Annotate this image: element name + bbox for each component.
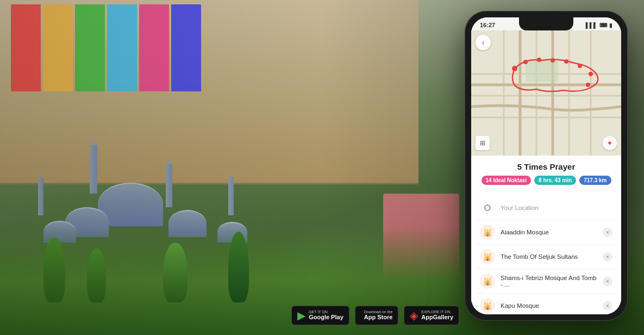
- mosque-icon-2: 🕌: [480, 249, 495, 264]
- app-store-content: Download on the App Store: [364, 310, 393, 321]
- svg-point-13: [537, 58, 541, 62]
- tree-1: [43, 237, 65, 302]
- phone-container: 16:27 ▌▌▌ ⌨ ▮: [465, 11, 639, 326]
- svg-point-18: [586, 83, 590, 87]
- your-location-row: Your Location: [477, 196, 616, 220]
- app-store-label-small: Download on the: [364, 310, 393, 314]
- remove-location-1[interactable]: ×: [603, 227, 612, 237]
- colored-panels: [11, 4, 201, 91]
- panel-pink: [139, 4, 169, 91]
- panel-cyan: [107, 4, 137, 91]
- dot-circle: [484, 204, 491, 211]
- status-time: 16:27: [480, 22, 495, 28]
- location-name-2: The Tomb Of Seljuk Sultans: [501, 253, 597, 260]
- panel-green: [75, 4, 105, 91]
- location-name-4: Kapu Mosque: [501, 302, 597, 309]
- remove-location-4[interactable]: ×: [603, 301, 612, 311]
- phone-frame: 16:27 ▌▌▌ ⌨ ▮: [465, 11, 628, 321]
- mosque-icon-1: 🕌: [480, 225, 495, 240]
- list-item: 🕌 Kapu Mosque ×: [477, 294, 616, 314]
- your-location-text[interactable]: Your Location: [501, 204, 612, 211]
- tree-3: [163, 243, 187, 302]
- appgallery-label-small: EXPLORE IT ON: [421, 310, 453, 314]
- stat-distance: 717.3 km: [579, 176, 611, 185]
- appgallery-badge[interactable]: ◈ EXPLORE IT ON AppGallery: [404, 306, 459, 325]
- app-stores-section: ▶ GET IT ON Google Play Download on the …: [291, 306, 459, 325]
- wifi-icon: ⌨: [599, 22, 607, 28]
- svg-point-15: [564, 59, 568, 64]
- map-svg: [471, 30, 621, 156]
- map-area: ‹ ⊞ ✦: [471, 30, 621, 156]
- svg-rect-10: [526, 60, 558, 82]
- app-content: 5 Times Prayer 14 Ideal Noktasi 8 hrs. 4…: [471, 156, 621, 314]
- app-store-label-big: App Store: [364, 314, 393, 321]
- mosque-icon-3: 🕌: [480, 274, 495, 289]
- tour-title: 5 Times Prayer: [479, 162, 614, 171]
- appgallery-label-big: AppGallery: [421, 314, 453, 321]
- map-back-button[interactable]: ‹: [476, 35, 491, 50]
- panel-yellow: [43, 4, 73, 91]
- map-layer-button[interactable]: ⊞: [476, 136, 490, 150]
- app-store-badge[interactable]: Download on the App Store: [355, 306, 399, 325]
- location-name-3: Shams-i Tebrizi Mosque And Tomb - ...: [501, 275, 597, 288]
- location-dot: [480, 200, 495, 215]
- tree-2: [87, 248, 106, 302]
- svg-point-12: [523, 60, 528, 64]
- minaret-4: [228, 177, 234, 215]
- phone-notch: [519, 17, 573, 30]
- list-item: 🕌 Alaaddin Mosque ×: [477, 220, 616, 245]
- appgallery-content: EXPLORE IT ON AppGallery: [421, 310, 453, 321]
- tour-stats: 14 Ideal Noktasi 8 hrs. 43 min 717.3 km: [479, 176, 614, 185]
- panel-red: [11, 4, 41, 91]
- battery-icon: ▮: [609, 22, 612, 28]
- minaret-1: [90, 145, 97, 194]
- google-play-icon: ▶: [297, 310, 305, 321]
- google-play-badge[interactable]: ▶ GET IT ON Google Play: [291, 306, 349, 325]
- minaret-3: [38, 177, 43, 215]
- phone-screen: 16:27 ▌▌▌ ⌨ ▮: [471, 17, 621, 314]
- stat-locations: 14 Ideal Noktasi: [482, 176, 532, 185]
- remove-location-3[interactable]: ×: [603, 276, 612, 286]
- remove-location-2[interactable]: ×: [603, 252, 612, 262]
- google-play-label-small: GET IT ON: [309, 310, 343, 314]
- google-play-label-big: Google Play: [309, 314, 343, 321]
- svg-point-14: [551, 58, 555, 63]
- map-compass[interactable]: ✦: [603, 136, 617, 150]
- google-play-content: GET IT ON Google Play: [309, 310, 343, 321]
- panel-blue: [171, 4, 201, 91]
- svg-point-11: [512, 66, 517, 71]
- svg-point-17: [589, 72, 593, 76]
- tour-title-section: 5 Times Prayer 14 Ideal Noktasi 8 hrs. 4…: [471, 156, 621, 196]
- list-item: 🕌 The Tomb Of Seljuk Sultans ×: [477, 245, 616, 269]
- map-controls: ⊞: [476, 136, 490, 150]
- list-item: 🕌 Shams-i Tebrizi Mosque And Tomb - ... …: [477, 269, 616, 294]
- minaret-2: [166, 164, 172, 207]
- stat-time: 8 hrs. 43 min: [534, 176, 576, 185]
- tree-4: [228, 232, 249, 302]
- status-icons: ▌▌▌ ⌨ ▮: [586, 22, 612, 28]
- signal-icon: ▌▌▌: [586, 22, 597, 28]
- location-name-1: Alaaddin Mosque: [501, 229, 597, 235]
- svg-point-16: [578, 64, 582, 68]
- mosque-icon-4: 🕌: [480, 298, 495, 313]
- appgallery-icon: ◈: [410, 310, 418, 321]
- locations-list: Your Location 🕌 Alaaddin Mosque × 🕌 The …: [471, 196, 621, 314]
